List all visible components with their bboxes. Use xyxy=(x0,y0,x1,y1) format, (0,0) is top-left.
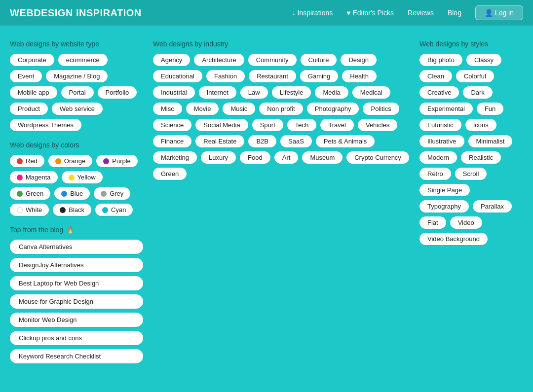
color-tag-grey[interactable]: Grey xyxy=(94,187,130,200)
industry-tag[interactable]: Architecture xyxy=(194,54,244,66)
industry-tag[interactable]: Luxury xyxy=(201,151,236,164)
style-tag[interactable]: Single Page xyxy=(419,184,470,196)
industry-tag[interactable]: Museum xyxy=(302,151,343,164)
blog-post-link[interactable]: Best Laptop for Web Design xyxy=(10,276,143,290)
industry-tag[interactable]: Gaming xyxy=(300,70,339,82)
style-tag[interactable]: Creative xyxy=(419,86,459,99)
industry-tag[interactable]: Green xyxy=(153,168,187,180)
industry-tag[interactable]: Pets & Animals xyxy=(316,135,375,147)
color-tag-black[interactable]: Black xyxy=(53,204,91,216)
blog-post-link[interactable]: Keyword Research Checklist xyxy=(10,349,143,363)
industry-tag[interactable]: Community xyxy=(248,54,297,66)
color-tag-cyan[interactable]: Cyan xyxy=(95,204,133,216)
industry-tag[interactable]: Restaurant xyxy=(249,70,296,82)
style-tag[interactable]: Retro xyxy=(419,168,451,180)
color-label: Black xyxy=(69,206,84,214)
industry-tag[interactable]: Law xyxy=(240,86,268,99)
blog-post-link[interactable]: Monitor Web Design xyxy=(10,313,143,327)
website-type-tag[interactable]: Magazine / Blog xyxy=(46,70,108,82)
style-tag[interactable]: Colorful xyxy=(456,70,494,82)
website-type-tag[interactable]: Product xyxy=(10,103,48,115)
industry-tag[interactable]: Finance xyxy=(153,135,191,147)
industry-tag[interactable]: Vehicles xyxy=(358,119,397,131)
style-tag[interactable]: Parallax xyxy=(473,200,512,213)
industry-tag[interactable]: Non profit xyxy=(259,103,303,115)
style-tag[interactable]: Typography xyxy=(419,200,469,213)
industry-tag[interactable]: Sport xyxy=(252,119,283,131)
login-button[interactable]: 👤 Log in xyxy=(475,5,523,20)
industry-tag[interactable]: Design xyxy=(341,54,376,66)
industry-tag[interactable]: Internet xyxy=(199,86,236,99)
industry-tag[interactable]: B2B xyxy=(248,135,276,147)
style-tag[interactable]: Scroll xyxy=(455,168,487,180)
industry-tag[interactable]: Photography xyxy=(307,103,359,115)
website-type-tag[interactable]: Web service xyxy=(52,103,103,115)
style-tag[interactable]: Realistic xyxy=(461,151,501,164)
color-tag-yellow[interactable]: Yellow xyxy=(62,171,103,183)
blog-post-link[interactable]: Canva Alternatives xyxy=(10,240,143,254)
style-tag[interactable]: Clean xyxy=(419,70,452,82)
style-tag[interactable]: Classy xyxy=(466,54,501,66)
industry-tag[interactable]: Fashion xyxy=(206,70,245,82)
style-tag[interactable]: Video Background xyxy=(419,233,488,245)
industry-tag[interactable]: Culture xyxy=(301,54,337,66)
inspirations-link[interactable]: ↓ Inspirations xyxy=(292,9,333,17)
style-tag[interactable]: Illustrative xyxy=(419,135,464,147)
industry-tag[interactable]: Movie xyxy=(186,103,219,115)
industry-tag[interactable]: Music xyxy=(223,103,255,115)
style-tag[interactable]: Icons xyxy=(465,119,496,131)
color-tag-orange[interactable]: Orange xyxy=(48,155,92,167)
website-type-tag[interactable]: Wordpress Themes xyxy=(10,119,81,131)
industry-tag[interactable]: Marketing xyxy=(153,151,197,164)
industry-tag[interactable]: Travel xyxy=(320,119,354,131)
website-type-tag[interactable]: Portfolio xyxy=(98,86,137,99)
navbar: WEBDESIGN INSPIRATION ↓ Inspirations♥ Ed… xyxy=(0,0,533,26)
style-tag[interactable]: Modern xyxy=(419,151,457,164)
editors-picks-link[interactable]: ♥ Editor's Picks xyxy=(346,9,394,17)
industry-tag[interactable]: Lifestyle xyxy=(272,86,311,99)
style-tag[interactable]: Fun xyxy=(477,103,503,115)
industry-tag[interactable]: Educational xyxy=(153,70,202,82)
color-tag-red[interactable]: Red xyxy=(10,155,44,167)
industry-tag[interactable]: Medical xyxy=(352,86,390,99)
blog-links-container: Canva AlternativesDesignJoy Alternatives… xyxy=(10,240,143,363)
style-tag[interactable]: Experimental xyxy=(419,103,473,115)
blog-post-link[interactable]: DesignJoy Alternatives xyxy=(10,258,143,272)
industry-tag[interactable]: Social Media xyxy=(195,119,248,131)
reviews-link[interactable]: Reviews xyxy=(408,9,434,17)
color-tag-green[interactable]: Green xyxy=(10,187,50,200)
blog-link[interactable]: Blog xyxy=(448,9,461,17)
industry-tag[interactable]: Health xyxy=(342,70,377,82)
style-tag[interactable]: Dark xyxy=(463,86,492,99)
style-tag[interactable]: Big photo xyxy=(419,54,462,66)
style-tag[interactable]: Flat xyxy=(419,216,446,229)
website-type-tag[interactable]: ecommerce xyxy=(58,54,108,66)
blog-post-link[interactable]: Mouse for Graphic Design xyxy=(10,294,143,309)
industry-tag[interactable]: Industrial xyxy=(153,86,195,99)
website-type-tags: CorporateecommerceEventMagazine / BlogMo… xyxy=(10,54,143,131)
blog-post-link[interactable]: Clickup pros and cons xyxy=(10,331,143,345)
website-type-tag[interactable]: Mobile app xyxy=(10,86,57,99)
color-tag-purple[interactable]: Purple xyxy=(96,155,138,167)
industry-tag[interactable]: Real Estate xyxy=(195,135,244,147)
color-tag-white[interactable]: White xyxy=(10,204,49,216)
industry-tag[interactable]: Agency xyxy=(153,54,190,66)
industry-tag[interactable]: Crypto Currency xyxy=(346,151,409,164)
style-tag[interactable]: Video xyxy=(450,216,482,229)
color-tag-magenta[interactable]: Magenta xyxy=(10,171,58,183)
site-brand[interactable]: WEBDESIGN INSPIRATION xyxy=(10,7,292,19)
industry-tag[interactable]: Politics xyxy=(363,103,399,115)
industry-tag[interactable]: SaaS xyxy=(280,135,312,147)
industry-tag[interactable]: Misc xyxy=(153,103,182,115)
industry-tag[interactable]: Tech xyxy=(287,119,316,131)
website-type-tag[interactable]: Event xyxy=(10,70,42,82)
website-type-tag[interactable]: Portal xyxy=(61,86,94,99)
industry-tag[interactable]: Media xyxy=(315,86,348,99)
style-tag[interactable]: Minimalist xyxy=(468,135,513,147)
color-tag-blue[interactable]: Blue xyxy=(54,187,90,200)
website-type-tag[interactable]: Corporate xyxy=(10,54,54,66)
industry-tag[interactable]: Food xyxy=(240,151,270,164)
style-tag[interactable]: Futuristic xyxy=(419,119,461,131)
industry-tag[interactable]: Science xyxy=(153,119,191,131)
industry-tag[interactable]: Art xyxy=(274,151,299,164)
